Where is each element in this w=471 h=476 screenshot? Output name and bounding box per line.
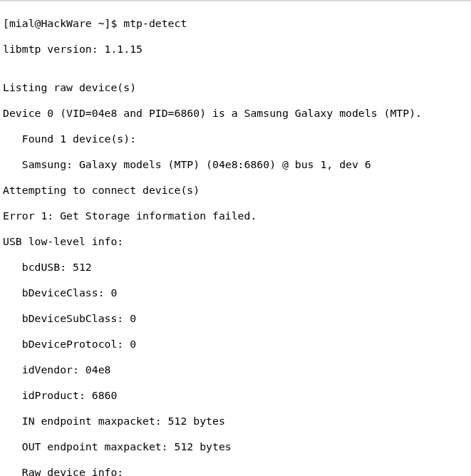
output-line: Error 1: Get Storage information failed. — [3, 209, 471, 222]
shell-prompt: [mial@HackWare ~]$ — [3, 17, 123, 29]
output-line: bDeviceSubClass: 0 — [3, 312, 471, 325]
output-line: Samsung: Galaxy models (MTP) (04e8:6860)… — [3, 158, 471, 171]
output-line: OUT endpoint maxpacket: 512 bytes — [3, 440, 471, 453]
output-line: bcdUSB: 512 — [3, 261, 471, 274]
output-line: Raw device info: — [3, 466, 471, 476]
output-line: Device 0 (VID=04e8 and PID=6860) is a Sa… — [3, 107, 471, 120]
output-line: bDeviceProtocol: 0 — [3, 338, 471, 351]
output-line: Attempting to connect device(s) — [3, 184, 471, 197]
output-line: bDeviceClass: 0 — [3, 286, 471, 299]
output-line: USB low-level info: — [3, 235, 471, 248]
output-line: Listing raw device(s) — [3, 81, 471, 94]
output-line: libmtp version: 1.1.15 — [3, 43, 471, 56]
output-line: Found 1 device(s): — [3, 133, 471, 145]
typed-command: mtp-detect — [123, 17, 187, 29]
output-line: idProduct: 6860 — [3, 389, 471, 402]
output-line: idVendor: 04e8 — [3, 363, 471, 376]
prompt-line: [mial@HackWare ~]$ mtp-detect — [3, 17, 471, 30]
output-line: IN endpoint maxpacket: 512 bytes — [3, 415, 471, 428]
terminal-output: [mial@HackWare ~]$ mtp-detect libmtp ver… — [0, 1, 471, 476]
